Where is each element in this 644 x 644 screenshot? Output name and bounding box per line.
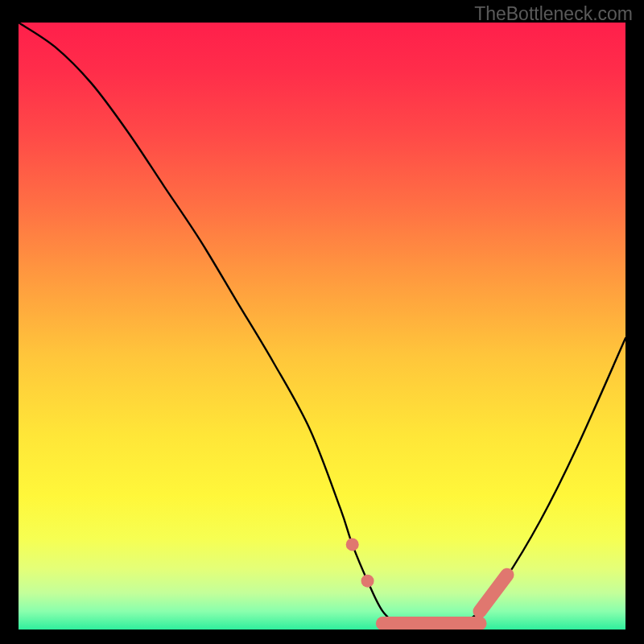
chart-container: TheBottleneck.com <box>0 0 644 644</box>
watermark-text: TheBottleneck.com <box>474 3 633 25</box>
plot-area <box>19 23 625 630</box>
gradient-background <box>19 23 625 630</box>
